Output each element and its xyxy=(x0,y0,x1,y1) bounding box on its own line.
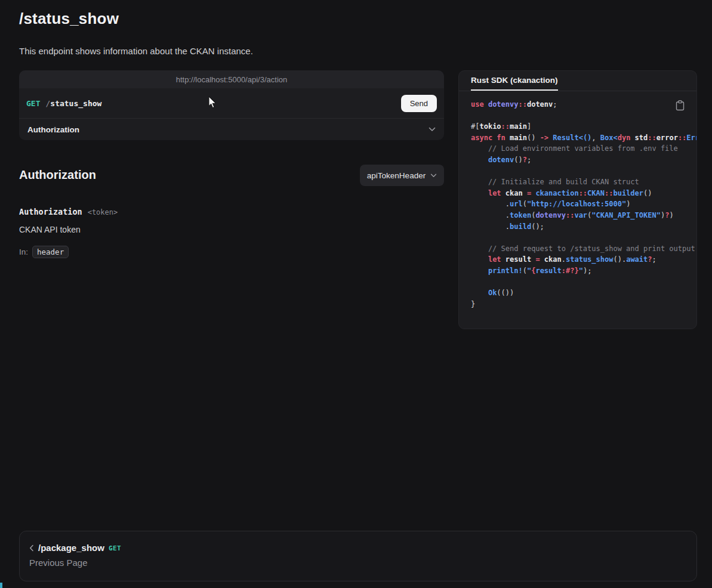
method-badge: GET xyxy=(26,99,40,108)
request-path: /status_show xyxy=(45,99,101,108)
request-row: GET /status_show Send xyxy=(19,88,444,118)
code-panel-header: Rust SDK (ckanaction) xyxy=(459,71,696,91)
code-line: dotenv()?; xyxy=(471,154,696,166)
code-line: .url("http://localhost:5000") xyxy=(471,199,696,210)
tab-rust-sdk[interactable]: Rust SDK (ckanaction) xyxy=(471,71,558,91)
previous-page-link[interactable]: /package_show GET Previous Page xyxy=(19,531,697,581)
code-line: use dotenvy::dotenv; xyxy=(471,99,696,110)
chevron-left-icon xyxy=(29,544,34,552)
corner-accent xyxy=(0,583,2,588)
code-line: .build(); xyxy=(471,221,696,233)
code-line: async fn main() -> Result<(), Box<dyn st… xyxy=(471,132,696,144)
auth-row-label: Authorization xyxy=(27,125,79,134)
code-line: Ok(()) xyxy=(471,287,696,299)
copy-code-button[interactable] xyxy=(673,98,687,113)
code-line xyxy=(471,277,696,288)
authorization-heading: Authorization xyxy=(19,168,96,182)
code-line: let result = ckan.status_show().await?; xyxy=(471,254,696,265)
request-base-url: http://localhost:5000/api/3/action xyxy=(19,70,444,88)
chevron-down-icon xyxy=(430,174,437,178)
auth-param-type: <token> xyxy=(88,208,118,216)
previous-page-method: GET xyxy=(109,543,121,552)
auth-param-row: Authorization <token> xyxy=(19,207,118,216)
code-line xyxy=(471,166,696,177)
code-line xyxy=(471,232,696,243)
page-description: This endpoint shows information about th… xyxy=(19,46,253,56)
code-line: // Initialize and build CKAN struct xyxy=(471,177,696,188)
request-auth-toggle[interactable]: Authorization xyxy=(19,118,444,140)
code-line: println!("{result:#?}"); xyxy=(471,265,696,277)
code-example-panel: Rust SDK (ckanaction) use dotenvy::doten… xyxy=(458,70,697,329)
code-line xyxy=(471,110,696,122)
code-line: } xyxy=(471,299,696,310)
code-block: use dotenvy::dotenv; #[tokio::main]async… xyxy=(459,91,696,321)
previous-page-row: /package_show GET xyxy=(29,543,687,553)
previous-page-label: Previous Page xyxy=(29,558,687,568)
request-card: http://localhost:5000/api/3/action GET /… xyxy=(19,70,444,140)
code-line: // Load environment variables from .env … xyxy=(471,143,696,154)
in-label: In: xyxy=(19,247,28,256)
send-button[interactable]: Send xyxy=(401,95,437,112)
page: /status_show This endpoint shows informa… xyxy=(0,0,712,588)
auth-scheme-value: apiTokenHeader xyxy=(367,171,426,180)
in-value-badge: header xyxy=(32,246,69,258)
page-title: /status_show xyxy=(19,10,119,28)
code-line: .token(dotenvy::var("CKAN_API_TOKEN")?) xyxy=(471,210,696,221)
clipboard-icon xyxy=(676,100,685,111)
path-name: status_show xyxy=(50,99,101,108)
previous-page-path: /package_show xyxy=(38,543,104,553)
auth-param-description: CKAN API token xyxy=(19,225,81,234)
auth-param-name: Authorization xyxy=(19,207,82,216)
auth-scheme-select[interactable]: apiTokenHeader xyxy=(360,165,444,186)
auth-in-row: In: header xyxy=(19,246,69,258)
code-line: #[tokio::main] xyxy=(471,121,696,132)
code-line: let ckan = ckanaction::CKAN::builder() xyxy=(471,188,696,199)
code-line: // Send request to /status_show and prin… xyxy=(471,243,696,255)
chevron-down-icon xyxy=(429,127,436,132)
